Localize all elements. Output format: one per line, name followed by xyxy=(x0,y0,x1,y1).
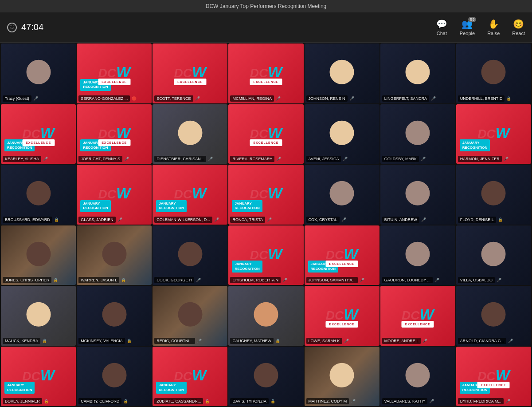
participant-name: GLASS, JADRIEN xyxy=(78,217,116,223)
video-cell: GOLDSBY, MARK🎤 xyxy=(380,104,455,164)
participant-name: HARMON, JENNIFER xyxy=(458,156,502,162)
participant-name: JOHNSON, RENE N xyxy=(306,95,348,102)
mic-icon: 🎤 xyxy=(508,339,513,343)
excellence-card: EXCELLENCE xyxy=(22,139,55,146)
react-label: React xyxy=(512,31,525,36)
video-cell: DAVIS, TYRONZIA🔒 xyxy=(228,347,303,407)
dcw-logo: DCW xyxy=(477,367,510,382)
chat-label: Chat xyxy=(437,31,447,36)
video-cell: DCWEXCELLENCESCOTT, TERENCE🎤 xyxy=(153,43,227,103)
participant-face xyxy=(481,181,506,205)
chat-icon: 💬 xyxy=(436,19,447,29)
video-cell: DCWJANUARYRECOGNITIONCOLEMAN-WILKERSON, … xyxy=(153,165,227,225)
people-button[interactable]: 👥 59 People xyxy=(460,19,475,36)
participant-name: BYRD, FREDRICA M... xyxy=(458,398,504,404)
mic-icon: 🔒 xyxy=(205,399,210,403)
video-cell: DCWJANUARYRECOGNITIONGLASS, JADRIEN🎤 xyxy=(77,165,152,225)
mic-icon: 🎤 xyxy=(197,339,202,343)
participant-name: SCOTT, TERENCE xyxy=(154,95,193,102)
participant-name: MCMILLIAN, REGINA xyxy=(230,95,274,102)
participant-name-label: DAVIS, TYRONZIA🔒 xyxy=(230,398,301,404)
mic-icon: 🎤 xyxy=(421,217,426,222)
video-cell: DCWJANUARYRECOGNITIONHARMON, JENNIFER🎤 xyxy=(456,104,531,164)
dcw-logo: DCW xyxy=(250,64,282,79)
video-cell: DCWJANUARYRECOGNITIONZUBIATE, CASSANDR..… xyxy=(153,347,227,407)
video-cell: CAMBRY, CLIFFORD🔒 xyxy=(77,347,152,407)
video-cell: CAUGHEY, MATHEW🔒 xyxy=(228,286,303,346)
excellence-card: EXCELLENCE xyxy=(402,321,434,328)
participant-name-label: BOVEY, JENNIFER🔒 xyxy=(3,398,74,404)
participant-name: VILLA, OSBALDO xyxy=(458,277,495,283)
participant-name-label: SERRANO-GONZALEZ,...🔴 xyxy=(78,95,150,102)
participant-name-label: LINGERFELT, SANDRA🎤 xyxy=(382,95,454,102)
participant-name: MOORE, ANDRE L xyxy=(382,338,421,344)
participant-face xyxy=(406,60,430,84)
participant-face xyxy=(481,60,506,84)
participant-name-label: JOERIGHT, PENNY S🎤 xyxy=(78,156,150,162)
excellence-card: EXCELLENCE xyxy=(174,79,206,85)
participant-name: MARTINEZ, CODY M xyxy=(306,398,349,404)
mic-icon: 🎤 xyxy=(124,157,129,161)
video-cell: MCKINSEY, VALENCIA🔒 xyxy=(77,286,152,346)
participant-name: SERRANO-GONZALEZ,... xyxy=(78,95,130,102)
participant-name: JOHNSON, SAMANTHA... xyxy=(306,277,358,283)
participant-name-label: BITUIN, ANDREW🎤 xyxy=(382,217,454,223)
participant-name-label: VALLADARES, KATHY🎤 xyxy=(382,398,454,404)
participant-face xyxy=(254,302,278,327)
participant-face xyxy=(481,302,506,327)
mic-icon: 🎤 xyxy=(43,157,48,161)
mic-icon: 🎤 xyxy=(504,157,509,161)
video-cell: JOHNSON, RENE N🎤 xyxy=(305,43,379,103)
mic-icon: 🔒 xyxy=(42,339,47,343)
mic-icon: 🎤 xyxy=(341,217,346,222)
participant-face xyxy=(26,242,51,266)
participant-name-label: COX, CRYSTAL🎤 xyxy=(306,217,378,223)
participant-name-label: ARNOLD, CIANDRA C...🎤 xyxy=(458,338,529,344)
dcw-logo: DCW xyxy=(98,64,130,79)
mic-icon: 🎤 xyxy=(33,96,38,101)
participant-name-label: JOHNSON, SAMANTHA...🎤 xyxy=(306,277,378,283)
dcw-logo: DCW xyxy=(174,367,207,382)
participant-name-label: AVENI, JESSICA🎤 xyxy=(306,156,378,162)
participant-name: BOVEY, JENNIFER xyxy=(3,398,42,404)
video-cell: DIENSTBIER, CHRISAN...🎤 xyxy=(153,104,227,164)
raise-hand-button[interactable]: ✋ Raise xyxy=(487,19,500,36)
excellence-card: EXCELLENCE xyxy=(326,321,358,328)
chat-button[interactable]: 💬 Chat xyxy=(436,19,447,36)
video-cell: DCWJANUARYRECOGNITIONEXCELLENCESERRANO-G… xyxy=(77,43,152,103)
mic-icon: 🎤 xyxy=(117,217,122,222)
dcw-logo: DCW xyxy=(174,64,207,79)
participant-name: COLEMAN-WILKERSON, D... xyxy=(154,217,212,223)
mic-icon: 🎤 xyxy=(195,96,200,101)
video-cell: Tracy (Guest)🎤 xyxy=(1,43,76,103)
mic-icon: 🎤 xyxy=(360,278,364,282)
participant-face xyxy=(330,60,354,84)
mic-icon: 🎤 xyxy=(497,278,501,282)
participant-name: DAVIS, TYRONZIA xyxy=(230,398,269,404)
video-cell: DCWEXCELLENCELOWE, SARAH K🎤 xyxy=(305,286,379,346)
participant-face xyxy=(102,363,126,387)
mic-icon: 🎤 xyxy=(208,157,213,161)
dcw-logo: DCW xyxy=(477,125,510,140)
participant-name: ZUBIATE, CASSANDR... xyxy=(154,398,203,404)
participant-name-label: CAMBRY, CLIFFORD🔒 xyxy=(78,398,150,404)
participant-name-label: MCKINSEY, VALENCIA🔒 xyxy=(78,338,150,344)
participant-name: CAUGHEY, MATHEW xyxy=(230,338,274,344)
react-button[interactable]: 😊 React xyxy=(512,19,525,36)
video-cell: DCWJANUARYRECOGNITIONEXCELLENCEBYRD, FRE… xyxy=(456,347,531,407)
dcw-logo: DCW xyxy=(22,125,55,140)
participant-name-label: CAUGHEY, MATHEW🔒 xyxy=(230,338,301,344)
video-cell: BROUSSARD, EDWARD🔒 xyxy=(1,165,76,225)
people-label: People xyxy=(460,31,475,36)
participant-name-label: GAUDRON, LOUNEDY ...🎤 xyxy=(382,277,454,283)
dcw-logo: DCW xyxy=(250,186,282,201)
video-cell: VALLADARES, KATHY🎤 xyxy=(380,347,455,407)
participant-name-label: RONCA, TRISTA🎤 xyxy=(230,217,301,223)
mic-icon: 🎤 xyxy=(196,278,201,282)
participant-face xyxy=(330,121,354,145)
participant-name: CHISHOLM, ROBERTA N xyxy=(230,277,281,283)
participant-name: RONCA, TRISTA xyxy=(230,217,265,223)
people-badge: 59 xyxy=(468,17,476,22)
participant-name: MCKINSEY, VALENCIA xyxy=(78,338,125,344)
mic-icon: 🎤 xyxy=(276,96,281,101)
